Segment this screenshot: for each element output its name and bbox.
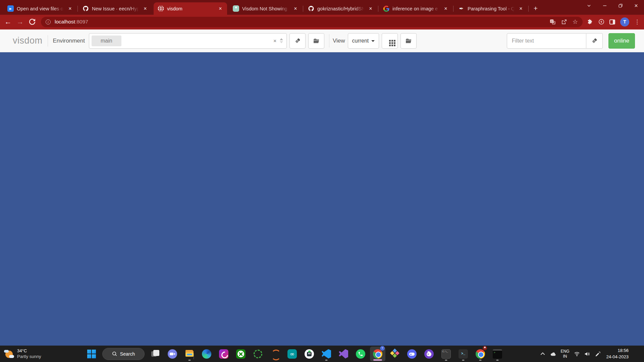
tab-title: visdom: [167, 6, 214, 11]
save-environment-button[interactable]: [308, 33, 324, 49]
search-label: Search: [120, 351, 135, 357]
whatsapp-button[interactable]: [353, 347, 368, 361]
arduino-button[interactable]: ∞: [284, 347, 300, 361]
new-tab-button[interactable]: +: [531, 3, 541, 13]
back-button[interactable]: ←: [2, 16, 14, 28]
cmd-button[interactable]: C:\_: [438, 347, 454, 361]
tab-close-icon[interactable]: ×: [67, 5, 73, 12]
tab-google-search[interactable]: inference on image e ×: [379, 2, 452, 15]
spinner-down-icon[interactable]: [280, 41, 283, 43]
globe-favicon: [158, 5, 164, 12]
address-bar-actions: G ☆: [550, 19, 578, 25]
pen-ink-icon[interactable]: [595, 351, 601, 357]
online-status-button[interactable]: online: [608, 33, 635, 49]
profile-avatar[interactable]: T: [620, 17, 629, 26]
divider: [329, 34, 329, 48]
vscode-button[interactable]: [319, 347, 334, 361]
chrome-button-active[interactable]: T: [370, 347, 385, 361]
view-dropdown[interactable]: current: [348, 33, 379, 49]
environment-spinner[interactable]: [280, 38, 283, 43]
file-explorer-button[interactable]: [182, 347, 197, 361]
wifi-icon[interactable]: [574, 351, 580, 357]
discord-icon: [407, 349, 417, 359]
taskbar-clock[interactable]: 18:56 24-04-2023: [606, 348, 629, 360]
weather-widget[interactable]: 34°C Partly sunny: [4, 348, 58, 360]
tab-close-icon[interactable]: ×: [142, 5, 149, 12]
share-icon[interactable]: [561, 19, 567, 25]
filter-group: [507, 33, 603, 49]
clear-filter-button[interactable]: [586, 33, 603, 49]
spinner-up-icon[interactable]: [280, 38, 283, 40]
translate-icon[interactable]: G: [550, 19, 555, 25]
chat-button[interactable]: [165, 347, 180, 361]
clipchamp-icon: [219, 349, 228, 359]
memory-saver-leaf-icon[interactable]: [598, 19, 604, 25]
address-bar[interactable]: i localhost:8097 G ☆: [41, 17, 583, 27]
tab-close-icon[interactable]: ×: [217, 5, 224, 12]
anaconda-button[interactable]: [250, 347, 266, 361]
browser-menu-icon[interactable]: ⋮: [634, 18, 640, 25]
weather-desc: Partly sunny: [17, 354, 41, 360]
xbox-button[interactable]: [233, 347, 249, 361]
url-port: :8097: [75, 19, 88, 24]
ai-app-icon: AI: [305, 349, 314, 359]
environment-clear-icon[interactable]: ×: [273, 38, 276, 44]
tab-close-icon[interactable]: ×: [292, 5, 299, 12]
bookmark-star-icon[interactable]: ☆: [573, 19, 578, 25]
visdom-logo: visdom: [13, 36, 43, 46]
tab-visdom-not-showing[interactable]: * Visdom Not Showing ×: [229, 2, 302, 15]
tab-paraphrasing-tool[interactable]: ✒ Paraphrasing Tool - Q ×: [454, 2, 528, 15]
view-selected-value: current: [352, 38, 369, 44]
tab-close-icon[interactable]: ×: [367, 5, 374, 12]
environment-selector[interactable]: main ×: [89, 33, 287, 49]
close-window-button[interactable]: ×: [628, 0, 644, 11]
snipping-app-button[interactable]: [387, 347, 402, 361]
search-box[interactable]: Search: [102, 348, 145, 360]
reload-button[interactable]: [26, 16, 38, 28]
minimize-button[interactable]: [597, 0, 612, 11]
tab-close-icon[interactable]: ×: [442, 5, 449, 12]
environment-tag-main[interactable]: main: [92, 36, 121, 46]
url-text[interactable]: localhost:8097: [55, 19, 550, 25]
tab-new-issue[interactable]: New Issue · eecn/Hyp ×: [78, 2, 152, 15]
side-panel-icon[interactable]: [609, 19, 615, 24]
toolbar-right-icons: T ⋮: [587, 17, 640, 26]
tab-visdom-active[interactable]: visdom ×: [154, 2, 227, 15]
clipchamp-button[interactable]: [216, 347, 231, 361]
extensions-puzzle-icon[interactable]: [587, 19, 593, 25]
start-button[interactable]: [84, 347, 99, 361]
edge-button[interactable]: [199, 347, 214, 361]
language-indicator[interactable]: ENG IN: [560, 349, 569, 359]
clear-environment-button[interactable]: [289, 33, 306, 49]
filter-input[interactable]: [507, 33, 586, 49]
github-desktop-button[interactable]: [421, 347, 437, 361]
url-host: localhost: [55, 19, 75, 24]
visual-studio-button[interactable]: [336, 347, 351, 361]
save-view-button[interactable]: [400, 33, 417, 49]
jupyter-icon: [270, 349, 280, 359]
tab-hybridsn-repo[interactable]: gokriznastic/HybridSN ×: [304, 2, 377, 15]
task-view-icon: [151, 349, 160, 359]
tab-title: Open and view files o: [17, 6, 64, 11]
repack-views-button[interactable]: [382, 33, 398, 49]
tab-open-and-view-files[interactable]: ▶ Open and view files o ×: [3, 2, 77, 15]
tab-search-chevron-icon[interactable]: [581, 0, 597, 11]
windows-terminal-button[interactable]: >_: [455, 347, 471, 361]
volume-icon[interactable]: [584, 351, 590, 357]
ai-app-button[interactable]: AI: [302, 347, 317, 361]
site-info-icon[interactable]: i: [46, 19, 51, 24]
cmd-icon: C:\_: [441, 349, 451, 359]
task-view-button[interactable]: [148, 347, 163, 361]
tray-chevron-up-icon[interactable]: [540, 351, 546, 357]
jupyter-button[interactable]: [267, 347, 283, 361]
chrome-second-profile-button[interactable]: [473, 347, 488, 361]
forward-button[interactable]: →: [14, 16, 26, 28]
discord-button[interactable]: [404, 347, 420, 361]
visual-studio-icon: [339, 349, 348, 359]
restore-button[interactable]: [612, 0, 628, 11]
chrome-icon: [373, 349, 382, 359]
browser-toolbar: ← → i localhost:8097 G ☆ T ⋮: [0, 15, 644, 29]
console-window-button[interactable]: >: [490, 347, 505, 361]
tab-close-icon[interactable]: ×: [518, 5, 524, 12]
onedrive-cloud-icon[interactable]: [550, 351, 556, 357]
